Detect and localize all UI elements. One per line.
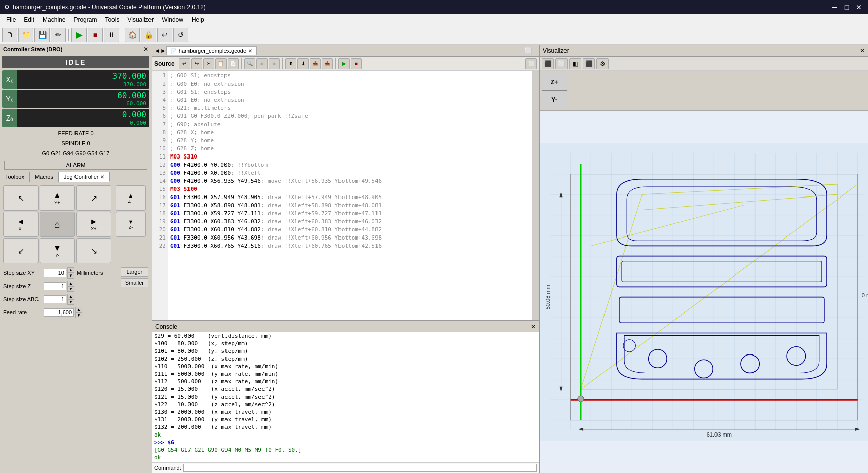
toolbar-lock[interactable]: 🔒: [141, 28, 156, 42]
jog-right[interactable]: ►X+: [76, 212, 111, 237]
ed-btn-4[interactable]: 📋: [215, 58, 227, 69]
toolbar-reset[interactable]: ↺: [173, 28, 188, 42]
minimize-button[interactable]: ─: [829, 2, 840, 12]
toolbar-save[interactable]: 💾: [34, 28, 50, 42]
code-line-16: G01 F3300.0 X57.949 Y48.905; draw !!Xlef…: [170, 193, 530, 202]
step-z-down[interactable]: ▼: [67, 286, 74, 292]
editor-scrollbar[interactable]: [532, 71, 539, 320]
editor-tab-close[interactable]: ✕: [248, 48, 252, 54]
jog-up-right[interactable]: ↗: [76, 185, 111, 211]
menu-program[interactable]: Program: [69, 15, 101, 24]
code-line-8: ; G28 X; home: [170, 129, 530, 137]
vis-btn-4[interactable]: ⬛: [583, 58, 595, 69]
step-xy-input[interactable]: [44, 269, 66, 277]
vis-close[interactable]: ✕: [860, 47, 865, 54]
close-button[interactable]: ✕: [854, 2, 864, 12]
dro-close[interactable]: ✕: [143, 46, 148, 53]
code-area[interactable]: ; G00 S1; endstops; G00 E0; no extrusion…: [168, 71, 532, 320]
feed-rate-input[interactable]: [44, 308, 74, 317]
console-close[interactable]: ✕: [531, 323, 536, 330]
ed-btn-7[interactable]: ■: [256, 58, 268, 69]
menu-window[interactable]: Window: [158, 15, 187, 24]
smaller-button[interactable]: Smaller: [121, 278, 148, 287]
toolbar-open[interactable]: 📁: [18, 28, 33, 42]
bottom-left: Toolbox Macros Jog Controller ✕ ↖ ▲Y+ ↗ …: [0, 172, 152, 473]
ed-btn-11[interactable]: 📤: [310, 58, 321, 69]
menu-tools[interactable]: Tools: [101, 15, 123, 24]
command-input[interactable]: [183, 464, 537, 472]
toolbar-stop[interactable]: ■: [88, 28, 103, 42]
jog-z-minus[interactable]: ▼Z-: [116, 212, 146, 237]
toolbar-new[interactable]: 🗋: [2, 28, 17, 42]
jog-left[interactable]: ◄X-: [3, 212, 39, 237]
jog-center[interactable]: ⌂: [40, 212, 75, 237]
svg-rect-0: [540, 143, 868, 441]
code-line-19: G01 F3300.0 X60.383 Y46.032; draw !!Xlef…: [170, 218, 530, 226]
console-line: ok: [154, 431, 537, 439]
vis-btn-1[interactable]: ⬛: [542, 58, 554, 69]
step-abc-input[interactable]: [44, 295, 66, 303]
jog-down-right[interactable]: ↘: [76, 238, 111, 263]
menu-visualizer[interactable]: Visualizer: [123, 15, 158, 24]
step-abc-down[interactable]: ▼: [67, 299, 74, 305]
jog-up-left[interactable]: ↖: [3, 185, 39, 211]
menu-help[interactable]: Help: [187, 15, 208, 24]
vis-btn-5[interactable]: ⚙: [596, 58, 609, 69]
editor-panel: ◄ ► 📄 hamburger_complex.gcode ✕ ⬜ ─ Sour…: [152, 45, 539, 321]
ed-maximize[interactable]: ⬜: [525, 58, 537, 69]
ed-btn-run[interactable]: ▶: [338, 58, 350, 69]
toolbar-edit[interactable]: ✏: [51, 28, 66, 42]
ed-btn-6[interactable]: 🔍: [244, 58, 255, 69]
ed-btn-stop[interactable]: ■: [351, 58, 362, 69]
code-line-14: G00 F4200.0 X56.935 Y49.546; move !!Xlef…: [170, 177, 530, 185]
toolbar-play[interactable]: ▶: [71, 28, 87, 42]
ed-btn-5[interactable]: 📄: [228, 58, 239, 69]
editor-nav-left[interactable]: ◄: [154, 47, 160, 54]
tab-macros[interactable]: Macros: [30, 172, 59, 182]
step-z-input[interactable]: [44, 282, 66, 290]
step-abc-up[interactable]: ▲: [67, 294, 74, 299]
tab-jog-controller[interactable]: Jog Controller ✕: [59, 172, 110, 182]
jog-down-left[interactable]: ↙: [3, 238, 39, 263]
menu-file[interactable]: File: [2, 15, 20, 24]
step-z-up[interactable]: ▲: [67, 281, 74, 286]
ed-btn-10[interactable]: ⬇: [297, 58, 309, 69]
step-xy-up[interactable]: ▲: [67, 267, 74, 273]
vis-btn-2[interactable]: ⬜: [555, 58, 568, 69]
ed-btn-2[interactable]: ↪: [191, 58, 202, 69]
vis-z-plus-btn[interactable]: Z+: [542, 73, 567, 91]
vis-btn-3[interactable]: ◧: [569, 58, 581, 69]
ed-btn-9[interactable]: ⬆: [285, 58, 296, 69]
jog-up[interactable]: ▲Y+: [40, 185, 75, 211]
console-body[interactable]: $25 = 3000.000 (homing seek, mm/min)$26 …: [152, 332, 539, 462]
menu-machine[interactable]: Machine: [39, 15, 69, 24]
menu-edit[interactable]: Edit: [20, 15, 39, 24]
editor-minimize[interactable]: ─: [532, 47, 537, 54]
maximize-button[interactable]: □: [842, 2, 852, 12]
toolbar-pause[interactable]: ⏸: [104, 28, 119, 42]
vis-y-minus-btn[interactable]: Y-: [542, 91, 567, 108]
editor-tab-file[interactable]: 📄 hamburger_complex.gcode ✕: [166, 46, 257, 55]
step-xy-arrows: ▲ ▼: [67, 267, 74, 279]
toolbar-home[interactable]: 🏠: [125, 28, 140, 42]
feed-rate-down[interactable]: ▼: [75, 312, 82, 318]
jog-down[interactable]: ▼Y-: [40, 238, 75, 263]
ed-btn-8[interactable]: ■: [269, 58, 280, 69]
editor-nav-right[interactable]: ►: [160, 47, 166, 54]
step-abc-row: Step size ABC ▲ ▼: [3, 294, 112, 305]
step-xy-down[interactable]: ▼: [67, 273, 74, 279]
tab-toolbox[interactable]: Toolbox: [0, 172, 30, 182]
alarm-button[interactable]: ALARM: [4, 161, 147, 170]
ed-btn-3[interactable]: ✂: [203, 58, 214, 69]
jog-z-plus[interactable]: ▲Z+: [116, 185, 146, 211]
dro-panel: Controller State (DRO) ✕ IDLE X₀ 370.000…: [0, 45, 152, 172]
console-panel: Console ✕ $25 = 3000.000 (homing seek, m…: [152, 321, 539, 473]
ed-btn-12[interactable]: 📥: [322, 58, 333, 69]
feed-rate-up[interactable]: ▲: [75, 307, 82, 312]
ed-btn-1[interactable]: ↩: [179, 58, 190, 69]
larger-button[interactable]: Larger: [121, 267, 148, 277]
step-z-label: Step size Z: [3, 283, 44, 289]
jog-tab-close[interactable]: ✕: [100, 174, 104, 180]
toolbar-undo[interactable]: ↩: [157, 28, 172, 42]
editor-maximize[interactable]: ⬜: [524, 47, 532, 54]
